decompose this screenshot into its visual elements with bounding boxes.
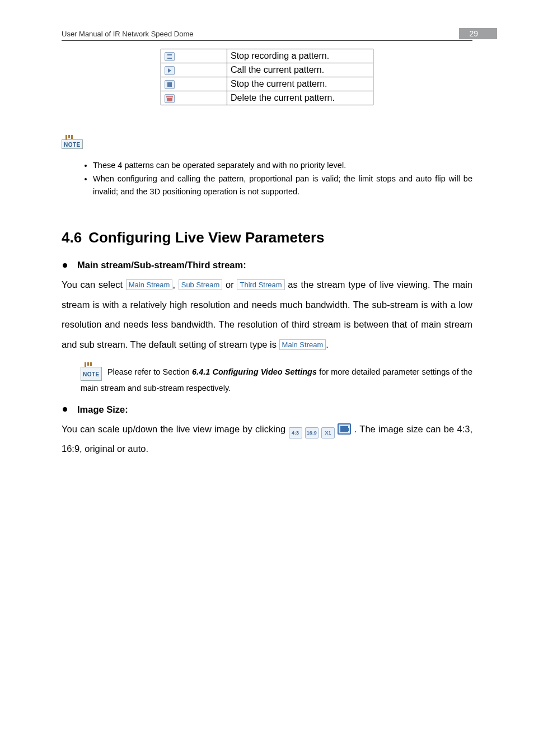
bullet-icon <box>63 407 67 412</box>
text: You can select <box>62 279 123 290</box>
stream-paragraph: You can select Main Stream, Sub Stream o… <box>62 275 472 354</box>
aspect-x1-button[interactable]: X1 <box>321 427 335 438</box>
text: . <box>326 339 329 349</box>
aspect-auto-button[interactable] <box>338 423 351 435</box>
note-icon: NOTE <box>81 367 102 381</box>
play-icon <box>165 66 175 75</box>
note-icon: NOTE <box>62 139 83 149</box>
text: , <box>172 279 175 290</box>
text: Please refer to Section <box>105 367 192 376</box>
section-title: Configuring Live View Parameters <box>88 229 324 246</box>
bullet-icon <box>63 263 67 268</box>
subheading-image-size: Image Size: <box>62 404 472 415</box>
header-title: User Manual of IR Network Speed Dome <box>62 30 194 38</box>
aspect-16-9-button[interactable]: 16:9 <box>305 427 318 438</box>
main-stream-pill: Main Stream <box>279 339 326 350</box>
table-row: Delete the current pattern. <box>161 91 373 105</box>
cell-desc: Stop the current pattern. <box>227 77 373 91</box>
text: You can scale up/down the live view imag… <box>62 424 289 434</box>
section-number: 4.6 <box>62 229 82 246</box>
cell-desc: Stop recording a pattern. <box>227 49 373 63</box>
note-item: These 4 patterns can be operated separat… <box>93 159 472 171</box>
table-row: Stop the current pattern. <box>161 77 373 91</box>
stream-note: NOTE Please refer to Section 6.4.1 Confi… <box>81 365 472 396</box>
main-stream-pill: Main Stream <box>126 279 173 290</box>
sub-stream-pill: Sub Stream <box>179 279 223 290</box>
screen-icon <box>340 426 348 432</box>
subheading-label: Main stream/Sub-stream/Third stream: <box>77 260 246 270</box>
note-list: These 4 patterns can be operated separat… <box>93 159 472 198</box>
subheading-stream: Main stream/Sub-stream/Third stream: <box>62 260 472 270</box>
section-heading: 4.6Configuring Live View Parameters <box>62 229 472 246</box>
table-row: Call the current pattern. <box>161 63 373 77</box>
image-size-paragraph: You can scale up/down the live view imag… <box>62 419 472 459</box>
delete-icon <box>165 94 175 103</box>
aspect-button-strip: 4:3 16:9 X1 <box>289 424 354 434</box>
subheading-label: Image Size: <box>77 404 128 415</box>
cell-desc: Call the current pattern. <box>227 63 373 77</box>
table-row: Stop recording a pattern. <box>161 49 373 63</box>
page-header: User Manual of IR Network Speed Dome 29 <box>62 28 472 41</box>
stop-icon <box>165 80 175 89</box>
aspect-4-3-button[interactable]: 4:3 <box>289 427 302 438</box>
third-stream-pill: Third Stream <box>237 279 284 290</box>
text: or <box>222 279 237 290</box>
page-number: 29 <box>459 28 497 39</box>
cell-desc: Delete the current pattern. <box>227 91 373 105</box>
stop-recording-icon <box>165 52 175 61</box>
reference-link: 6.4.1 Configuring Video Settings <box>192 367 317 376</box>
note-item: When configuring and calling the pattern… <box>93 172 472 198</box>
pattern-icon-table: Stop recording a pattern. Call the curre… <box>161 49 373 105</box>
